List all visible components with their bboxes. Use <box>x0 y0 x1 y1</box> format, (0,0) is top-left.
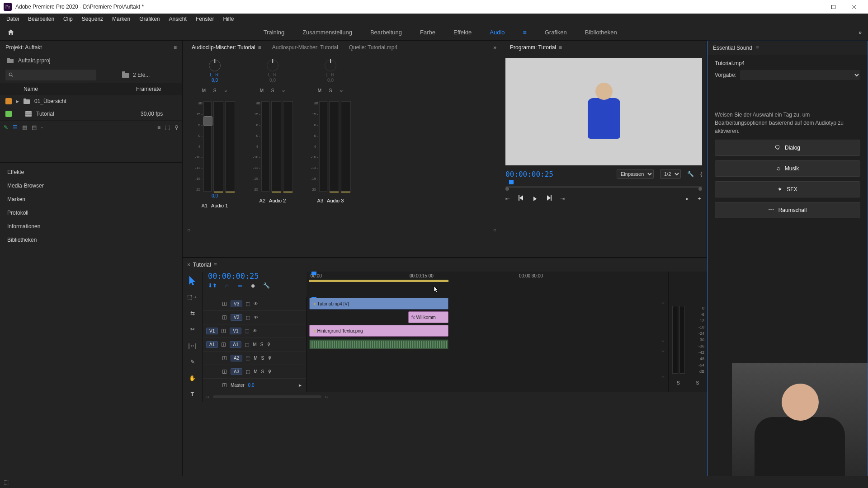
insert-mode-icon[interactable]: ⬇⬆ <box>208 282 217 289</box>
pan-knob[interactable] <box>267 60 278 71</box>
add-button-icon[interactable]: ＋ <box>697 195 702 202</box>
menu-datei[interactable]: Datei <box>2 14 24 24</box>
time-ruler[interactable]: :00:00 00:00:15:00 00:00:30:00 <box>307 272 668 282</box>
mute-button[interactable]: M <box>201 88 207 93</box>
menu-hilfe[interactable]: Hilfe <box>219 14 239 24</box>
mixer-scroll-left[interactable]: ○ <box>187 227 190 233</box>
icon-view-icon[interactable]: ▦ <box>22 124 27 131</box>
menu-marken[interactable]: Marken <box>108 14 135 24</box>
scroll-handle[interactable]: ○ <box>661 374 665 380</box>
workspace-audio[interactable]: Audio <box>489 27 505 38</box>
project-item-sequence[interactable]: Tutorial 30,00 fps <box>0 108 182 120</box>
close-sequence-icon[interactable]: × <box>187 262 190 268</box>
column-framerate[interactable]: Framerate <box>136 86 177 92</box>
track-header-a3[interactable]: ⚿A3⬚MS🎙 <box>203 365 306 378</box>
panel-overflow-icon[interactable]: » <box>493 44 496 51</box>
project-item-bin[interactable]: ▸ 01_Übersicht <box>0 95 182 108</box>
home-button[interactable] <box>5 26 17 39</box>
zoom-slider[interactable] <box>213 395 321 398</box>
ripple-edit-tool[interactable]: ⇆ <box>187 308 198 319</box>
program-scrubber[interactable] <box>505 180 702 191</box>
menu-fenster[interactable]: Fenster <box>191 14 219 24</box>
tag-sfx-button[interactable]: ✶ SFX <box>715 181 860 197</box>
scroll-handle[interactable]: ○ <box>661 347 665 354</box>
workspace-training[interactable]: Training <box>263 27 285 38</box>
pan-knob[interactable] <box>209 60 221 71</box>
panel-menu-icon[interactable]: ≡ <box>756 45 759 51</box>
tab-quelle[interactable]: Quelle: Tutorial.mp4 <box>344 42 402 52</box>
fader-slider[interactable] <box>319 101 327 192</box>
settings-icon[interactable]: 🔧 <box>263 282 270 289</box>
out-icon[interactable]: { <box>700 171 702 177</box>
track-header-v2[interactable]: ⚿V2⬚👁 <box>203 310 306 324</box>
workspace-bearbeitung[interactable]: Bearbeitung <box>369 27 403 38</box>
transport-overflow-icon[interactable]: » <box>685 196 689 202</box>
resolution-dropdown[interactable]: 1/2 <box>660 169 681 179</box>
playhead[interactable] <box>314 272 314 297</box>
preset-dropdown[interactable] <box>740 70 860 80</box>
step-back-icon[interactable] <box>518 194 525 203</box>
chevron-right-icon[interactable]: ▸ <box>16 98 19 104</box>
workspace-grafiken[interactable]: Grafiken <box>544 27 568 38</box>
program-timecode[interactable]: 00:00:00:25 <box>505 170 560 178</box>
scroll-handle[interactable]: ○ <box>661 338 665 344</box>
panel-tab-marken[interactable]: Marken <box>0 192 182 206</box>
panel-tab-informationen[interactable]: Informationen <box>0 220 182 233</box>
tag-dialog-button[interactable]: 🗨 Dialog <box>715 140 860 156</box>
fit-dropdown[interactable]: Einpassen <box>617 169 654 179</box>
sequence-tab[interactable]: Tutorial <box>193 262 211 268</box>
selection-tool[interactable] <box>187 275 198 286</box>
mark-out-icon[interactable]: ⇥ <box>560 196 565 202</box>
snap-icon[interactable]: ∩ <box>225 282 229 289</box>
tab-audioclip-mixer[interactable]: Audioclip-Mischer: Tutorial≡ <box>187 42 266 52</box>
zoom-slider[interactable]: ◦ <box>41 124 43 131</box>
clip-video-v3[interactable]: fx Tutorial.mp4 [V] <box>309 298 448 310</box>
pen-tool-icon[interactable]: ✎ <box>4 124 8 131</box>
menu-grafiken[interactable]: Grafiken <box>135 14 164 24</box>
tag-ambience-button[interactable]: 〰 Raumschall <box>715 202 860 218</box>
column-name[interactable]: Name <box>24 86 136 92</box>
workspace-effekte[interactable]: Effekte <box>453 27 472 38</box>
workspace-options-icon[interactable]: ≡ <box>522 27 528 38</box>
record-button[interactable]: ○ <box>338 88 344 93</box>
mixer-scroll-right[interactable]: ○ <box>493 227 496 233</box>
solo-button[interactable]: S <box>269 88 276 93</box>
record-button[interactable]: ○ <box>280 88 287 93</box>
new-bin-icon[interactable] <box>122 71 129 79</box>
zoom-in[interactable]: ○ <box>325 394 328 400</box>
zoom-out[interactable]: ○ <box>206 394 209 400</box>
mute-button[interactable]: M <box>259 88 265 93</box>
marker-icon[interactable]: ◆ <box>251 282 255 289</box>
panel-tab-bibliotheken[interactable]: Bibliotheken <box>0 233 182 247</box>
sort-icon[interactable]: ≡ <box>157 124 160 131</box>
panel-menu-icon[interactable]: ≡ <box>214 262 217 268</box>
list-view-icon[interactable]: ☰ <box>13 124 18 131</box>
window-minimize[interactable] <box>802 0 823 14</box>
solo-button[interactable]: S <box>327 88 334 93</box>
slip-tool[interactable]: |↔| <box>187 340 198 351</box>
track-header-a2[interactable]: ⚿A2⬚MS🎙 <box>203 351 306 365</box>
workspace-farbe[interactable]: Farbe <box>419 27 436 38</box>
track-header-v1[interactable]: V1⚿V1⬚👁 <box>203 324 306 338</box>
tag-music-button[interactable]: ♫ Musik <box>715 160 860 177</box>
tab-program[interactable]: Programm: Tutorial≡ <box>505 42 566 52</box>
solo-right[interactable]: S <box>696 380 699 385</box>
fader-slider[interactable] <box>203 101 212 192</box>
solo-button[interactable]: S <box>212 88 218 93</box>
settings-icon[interactable]: 🔧 <box>687 171 694 177</box>
menu-sequenz[interactable]: Sequenz <box>77 14 108 24</box>
record-button[interactable]: ○ <box>222 88 229 93</box>
panel-tab-protokoll[interactable]: Protokoll <box>0 206 182 220</box>
program-monitor[interactable] <box>505 58 702 165</box>
step-forward-icon[interactable] <box>545 194 552 203</box>
clip-audio-a1[interactable] <box>309 339 448 349</box>
window-close[interactable] <box>844 0 864 14</box>
workspace-zusammenstellung[interactable]: Zusammenstellung <box>302 27 353 38</box>
mark-in-icon[interactable]: ⇤ <box>505 196 510 202</box>
fader-slider[interactable] <box>261 101 269 192</box>
panel-tab-media-browser[interactable]: Media-Browser <box>0 179 182 192</box>
clip-video-v1[interactable]: fx Hintergrund Textur.png <box>309 325 448 337</box>
track-header-master[interactable]: ⚿Master0,0► <box>203 378 306 392</box>
menu-bearbeiten[interactable]: Bearbeiten <box>24 14 59 24</box>
linked-selection-icon[interactable]: ⫘ <box>237 282 243 289</box>
